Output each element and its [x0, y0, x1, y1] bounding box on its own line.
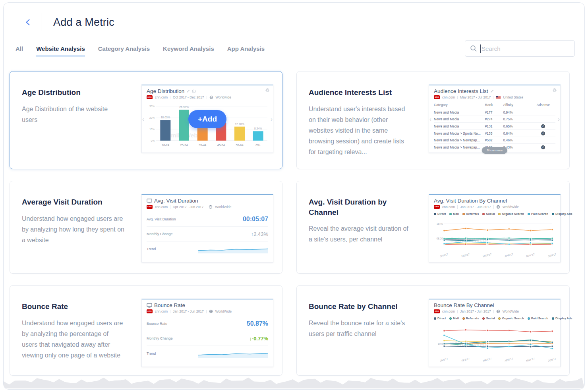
legend-label: Referrals	[466, 317, 479, 320]
gear-icon[interactable]	[552, 88, 557, 93]
svg-text:30%: 30%	[149, 105, 155, 108]
cell-adsense	[531, 123, 555, 130]
page-header: Add a Metric	[4, 3, 584, 31]
table-row: News and Media#1310.65%	[434, 123, 555, 130]
trend-sparkline	[198, 245, 268, 253]
cell-rank: #177	[485, 109, 503, 116]
kpi-rows: Avg. Visit Duration00:05:07Monthly Chang…	[147, 212, 268, 256]
metric-card-bounce-rate[interactable]: Bounce RateUnderstand how engaged users …	[10, 285, 282, 376]
cell-adsense	[531, 130, 555, 137]
cell-category: News and Media > Sports Ne...	[434, 130, 485, 137]
search-box[interactable]	[465, 40, 575, 57]
edit-pencil-icon	[490, 89, 494, 93]
metric-card-average-visit-duration[interactable]: Average Visit DurationUnderstand how eng…	[10, 181, 282, 274]
svg-text:FEB'17: FEB'17	[461, 253, 470, 257]
card-info: Audience Interests ListUnderstand user's…	[309, 87, 422, 161]
gear-icon[interactable]	[265, 88, 270, 93]
back-button[interactable]	[23, 17, 34, 28]
card-info: Bounce Rate by ChannelReveal the bounce …	[309, 301, 422, 367]
svg-text:65+: 65+	[255, 143, 261, 147]
svg-text:50%: 50%	[438, 342, 443, 345]
carousel-left-icon[interactable]	[429, 116, 431, 122]
text-cursor	[480, 44, 481, 53]
globe-icon	[209, 309, 213, 313]
cnn-logo: cnn	[147, 309, 153, 313]
carousel-right-icon[interactable]	[558, 116, 560, 122]
widget-geo: United States	[503, 95, 523, 99]
avg-visit-duration-by-channel-line-chart: 16:4008:20©SimilarWebJAN'17FEB'17MAR'17A…	[434, 216, 556, 261]
adsense-check-icon	[541, 124, 545, 128]
bar-55-64	[234, 127, 245, 141]
widget-geo: Worldwide	[216, 95, 232, 99]
card-description: Reveal the bounce rate for a site's user…	[309, 318, 411, 339]
adsense-check-icon	[541, 145, 545, 149]
metric-card-age-distribution[interactable]: Age DistributionAge Distribution of the …	[10, 71, 282, 169]
metric-card-grid: Age DistributionAge Distribution of the …	[10, 71, 584, 376]
card-title: Age Distribution	[22, 87, 117, 98]
card-title: Audience Interests List	[309, 87, 404, 98]
show-more-button[interactable]: Show more	[482, 147, 507, 154]
adsense-check-icon	[541, 131, 545, 135]
tab-all[interactable]: All	[15, 45, 23, 52]
card-info: Avg. Visit Duration by ChannelReveal the…	[309, 197, 422, 265]
card-description: Understand how engaged users are by anal…	[22, 318, 124, 361]
torn-edge-decoration	[4, 377, 584, 388]
widget-header: Audience Interests Listcnncnn.comMay 201…	[434, 88, 555, 99]
carousel-left-icon[interactable]	[142, 116, 144, 122]
legend-item-referrals: Referrals	[462, 317, 479, 320]
card-description: Understand user's interests based on the…	[309, 104, 411, 158]
carousel-right-icon[interactable]	[271, 116, 273, 122]
cell-category: News and Media > Newspap...	[434, 137, 485, 144]
table-row: News and Media#1770.94%	[434, 109, 555, 116]
widget-header: Avg. Visit Durationcnncnn.comApr 2017 - …	[147, 198, 268, 209]
cell-affinity: 0.65%	[503, 123, 531, 130]
svg-text:12.28%: 12.28%	[235, 123, 244, 126]
tab-website-analysis[interactable]: Website Analysis	[36, 45, 85, 52]
legend-label: Display Ads	[555, 212, 573, 216]
widget-geo: WorldWide	[215, 205, 231, 209]
card-title: Bounce Rate	[22, 301, 117, 312]
svg-text:35-44: 35-44	[199, 143, 206, 147]
app-window: Add a Metric AllWebsite AnalysisCategory…	[3, 2, 585, 390]
add-button[interactable]: +Add	[188, 110, 226, 128]
kpi-label: Monthly Change	[147, 232, 173, 236]
widget-title: Bounce Rate	[154, 302, 185, 308]
tabs-row: AllWebsite AnalysisCategory AnalysisKeyw…	[4, 31, 584, 57]
kpi-value: ↓-0.77%	[249, 336, 268, 342]
legend-dot-icon	[462, 213, 465, 215]
widget-dates: Apr 2017 - Jun 2017	[173, 205, 203, 209]
legend-dot-icon	[552, 317, 554, 320]
legend-item-display-ads: Display Ads	[552, 212, 573, 216]
back-chevron-icon	[24, 18, 32, 26]
cell-rank: #274	[485, 116, 503, 123]
table-row: News and Media > Sports Ne...#1330.64%	[434, 130, 555, 137]
monitor-icon	[147, 303, 152, 308]
cnn-logo: cnn	[434, 205, 440, 209]
metric-card-bounce-rate-by-channel[interactable]: Bounce Rate by ChannelReveal the bounce …	[296, 285, 570, 376]
tab-keyword-analysis[interactable]: Keyword Analysis	[163, 45, 214, 52]
legend-item-paid-search: Paid Search	[528, 317, 548, 320]
legend-item-social: Social	[482, 212, 495, 216]
metric-card-avg-visit-duration-by-channel[interactable]: Avg. Visit Duration by ChannelReveal the…	[296, 181, 570, 274]
cnn-logo: cnn	[434, 95, 440, 99]
svg-text:MAY'17: MAY'17	[526, 253, 535, 258]
legend-dot-icon	[449, 317, 452, 320]
widget-header: Age Distributioncnncnn.comOct 2017 - Dec…	[147, 88, 268, 99]
search-input[interactable]	[481, 45, 570, 52]
widget-meta: cnncnn.comJan 2017 - Jun 2017WorldWide	[147, 309, 268, 313]
tab-category-analysis[interactable]: Category Analysis	[98, 45, 150, 52]
cell-category: News and Media	[434, 109, 485, 116]
widget-title: Bounce Rate By Channel	[434, 302, 494, 308]
metric-card-audience-interests-list[interactable]: Audience Interests ListUnderstand user's…	[296, 71, 570, 169]
svg-text:08:20: 08:20	[437, 237, 443, 240]
kpi-label: Monthly Change	[147, 336, 173, 340]
legend-label: Paid Search	[531, 212, 548, 216]
card-description: Understand how engaged users are by anal…	[22, 213, 124, 246]
tab-app-analysis[interactable]: App Analysis	[227, 45, 265, 52]
widget-dates: May 2017 - Jul 2017	[460, 95, 491, 99]
svg-text:8.24%: 8.24%	[254, 127, 262, 130]
legend-dot-icon	[528, 213, 530, 215]
widget-title: Avg. Visit Duration	[154, 198, 198, 204]
legend-dot-icon	[498, 213, 501, 215]
page-title: Add a Metric	[53, 16, 114, 29]
